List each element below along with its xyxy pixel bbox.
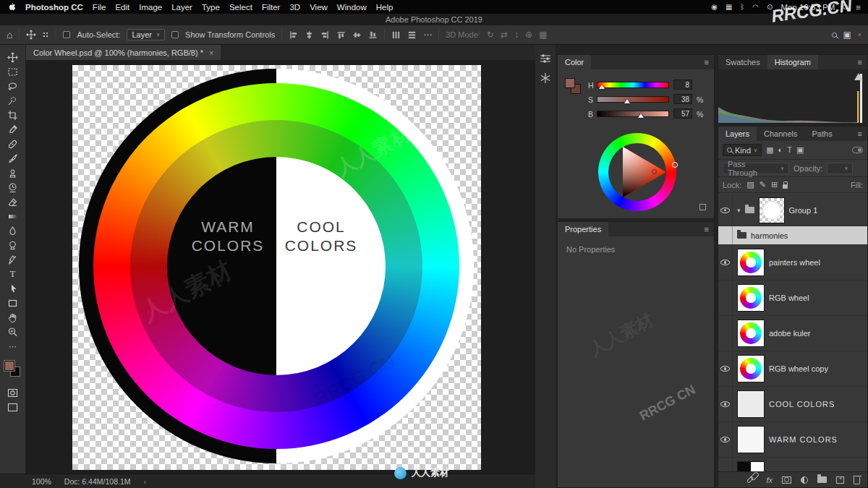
foreground-color-swatch[interactable] — [565, 78, 575, 88]
layer-name[interactable]: adobe kuler — [769, 329, 811, 338]
marquee-tool[interactable] — [5, 64, 21, 79]
3d-orbit-icon[interactable]: ↻ — [487, 30, 494, 39]
rectangle-tool[interactable] — [5, 296, 21, 310]
crop-tool[interactable] — [5, 108, 21, 122]
layer-thumbnail[interactable] — [759, 197, 785, 223]
eyedropper-tool[interactable] — [5, 122, 21, 137]
distribute-vertical-icon[interactable] — [407, 30, 417, 40]
healing-brush-tool[interactable] — [5, 137, 21, 151]
lasso-tool[interactable] — [5, 79, 21, 93]
foreground-color-swatch[interactable] — [4, 361, 14, 371]
filter-smart-objects-icon[interactable]: ▣ — [796, 146, 804, 154]
expand-icon[interactable] — [699, 204, 706, 210]
align-middle-v-icon[interactable] — [352, 30, 362, 40]
zoom-tool[interactable] — [5, 325, 21, 339]
menu-select[interactable]: Select — [229, 3, 252, 12]
layer-name[interactable]: COOL COLORS — [769, 400, 835, 408]
canvas-area[interactable]: WARMCOLORS COOLCOLORS 人人素材 人人素材 RRCG CN — [26, 60, 535, 474]
spotlight-search-icon[interactable] — [843, 4, 848, 9]
auto-select-dropdown[interactable]: Layer ∨ — [127, 29, 165, 40]
filter-toggle[interactable] — [852, 147, 863, 153]
close-icon[interactable]: × — [209, 48, 213, 57]
layer-row-selected[interactable]: harmonies — [718, 226, 867, 245]
distribute-horizontal-icon[interactable] — [391, 30, 401, 40]
status-chevron-icon[interactable]: › — [144, 477, 147, 486]
move-tool[interactable] — [5, 50, 21, 64]
apple-menu-icon[interactable] — [7, 2, 16, 12]
document-tab[interactable]: Color Wheel.psd @ 100% (harmonies, RGB/8… — [26, 45, 221, 60]
screen-mode-icon[interactable] — [5, 400, 21, 414]
history-brush-tool[interactable] — [5, 180, 21, 194]
hand-tool[interactable] — [5, 310, 21, 325]
layer-row[interactable]: adobe kuler — [718, 316, 867, 351]
layer-thumbnail[interactable] — [737, 461, 765, 471]
filter-adjustment-layers-icon[interactable]: ◐ — [778, 146, 783, 154]
layer-row[interactable]: RGB wheel copy — [718, 351, 867, 387]
panel-menu-icon[interactable]: ≡ — [699, 225, 714, 234]
filter-type-layers-icon[interactable]: T — [787, 146, 792, 154]
panel-menu-icon[interactable]: ≡ — [699, 58, 714, 67]
search-icon[interactable] — [832, 33, 837, 38]
filter-kind-dropdown[interactable]: Kind ∨ — [723, 144, 762, 156]
align-left-icon[interactable] — [289, 30, 298, 40]
notification-center-icon[interactable]: ≡ — [856, 3, 861, 12]
menu-edit[interactable]: Edit — [115, 3, 129, 12]
panel-menu-icon[interactable]: ≡ — [853, 129, 867, 138]
tab-swatches[interactable]: Swatches — [718, 55, 767, 69]
filter-pixel-layers-icon[interactable]: ▦ — [766, 146, 773, 154]
status-icon-record[interactable]: ◉ — [711, 3, 718, 11]
tab-color[interactable]: Color — [558, 55, 591, 69]
menu-help[interactable]: Help — [376, 3, 393, 12]
home-icon[interactable]: ⌂ — [7, 30, 12, 40]
menu-view[interactable]: View — [310, 3, 328, 12]
new-group-icon[interactable] — [817, 476, 827, 483]
foreground-background-colors[interactable] — [4, 361, 22, 378]
visibility-toggle[interactable] — [718, 351, 733, 386]
visibility-toggle[interactable] — [718, 422, 733, 457]
wifi-icon[interactable]: ◠ — [752, 3, 759, 11]
align-top-icon[interactable] — [336, 30, 346, 40]
tab-properties[interactable]: Properties — [558, 222, 608, 236]
hue-slider[interactable] — [597, 82, 669, 88]
status-icon-volume[interactable]: ⊙ — [767, 3, 773, 11]
app-menu-title[interactable]: Photoshop CC — [25, 3, 83, 12]
dodge-tool[interactable] — [5, 238, 21, 252]
edit-toolbar-icon[interactable]: ⋯ — [5, 339, 21, 354]
visibility-toggle[interactable] — [718, 316, 733, 351]
pen-tool[interactable] — [5, 252, 21, 267]
layer-name[interactable]: painters wheel — [769, 258, 820, 267]
eraser-tool[interactable] — [5, 194, 21, 209]
layer-row[interactable]: RGB wheel — [718, 281, 867, 316]
menu-image[interactable]: Image — [139, 3, 162, 12]
layer-name[interactable]: RGB wheel — [769, 294, 809, 302]
clone-stamp-tool[interactable] — [5, 166, 21, 180]
layer-effects-icon[interactable]: fx — [766, 476, 773, 484]
align-bottom-icon[interactable] — [368, 30, 378, 40]
layer-thumbnail[interactable] — [737, 284, 765, 312]
align-right-icon[interactable] — [320, 30, 330, 40]
bluetooth-icon[interactable]: ᛒ — [740, 3, 744, 11]
blur-tool[interactable] — [5, 223, 21, 238]
slider-thumb[interactable] — [599, 85, 605, 89]
type-tool[interactable]: T — [5, 267, 21, 281]
menu-filter[interactable]: Filter — [262, 3, 281, 12]
tab-paths[interactable]: Paths — [805, 127, 840, 141]
3d-roll-icon[interactable]: ⇄ — [501, 30, 508, 39]
collapse-panels-icon[interactable]: ∧ — [858, 32, 861, 38]
artboard[interactable]: WARMCOLORS COOLCOLORS 人人素材 人人素材 RRCG CN — [72, 65, 481, 470]
saturation-value[interactable]: 38 — [673, 94, 692, 104]
tab-layers[interactable]: Layers — [718, 127, 757, 141]
lock-position-icon[interactable]: ⊞ — [771, 181, 778, 189]
brightness-value[interactable]: 57 — [673, 108, 692, 119]
lock-pixels-icon[interactable]: ✎ — [760, 181, 766, 189]
link-layers-icon[interactable] — [746, 476, 754, 484]
menu-3d[interactable]: 3D — [289, 3, 300, 12]
visibility-toggle[interactable] — [718, 194, 733, 226]
layer-name[interactable]: Group 1 — [789, 206, 818, 215]
lock-all-icon[interactable] — [783, 184, 788, 189]
slider-thumb[interactable] — [624, 99, 630, 103]
warning-icon[interactable] — [854, 73, 863, 80]
delete-layer-icon[interactable] — [854, 477, 860, 484]
auto-select-checkbox[interactable] — [63, 31, 70, 38]
visibility-toggle[interactable] — [718, 458, 733, 471]
